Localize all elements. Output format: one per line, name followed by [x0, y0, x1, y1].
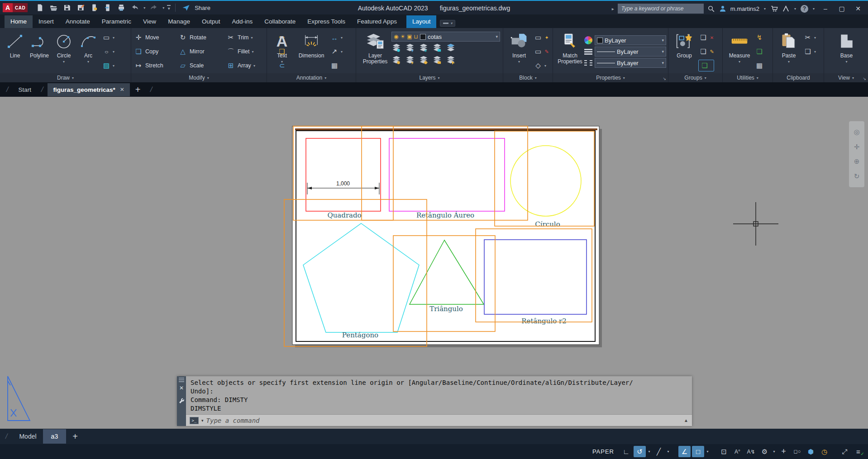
- tab-view[interactable]: View: [137, 15, 162, 28]
- trim-dropdown[interactable]: ▾: [251, 36, 255, 40]
- linetype-dropdown[interactable]: ByLayer ▾: [595, 58, 666, 68]
- search-icon[interactable]: [707, 5, 715, 13]
- command-input-row[interactable]: >_ ▾ Type a command ▲: [186, 414, 692, 426]
- stretch-button[interactable]: ↦Stretch: [134, 59, 178, 73]
- linear-dimension-dropdown[interactable]: ▾: [341, 36, 344, 40]
- redo-dropdown[interactable]: ▾: [162, 6, 165, 10]
- command-line[interactable]: Select objects or specify first extensio…: [186, 376, 692, 426]
- new-layout-button[interactable]: +: [66, 431, 84, 442]
- copy-clip-dropdown[interactable]: ▾: [814, 50, 818, 54]
- save-button[interactable]: [61, 2, 73, 13]
- measure-dropdown[interactable]: ▾: [739, 60, 740, 64]
- object-snap-toggle[interactable]: □: [692, 446, 704, 457]
- tab-output[interactable]: Output: [196, 15, 226, 28]
- text-dropdown[interactable]: ▾: [281, 60, 283, 64]
- panel-label-annotation[interactable]: Annotation▾: [267, 73, 356, 82]
- label-square[interactable]: Quadrado: [327, 211, 361, 219]
- layer-lock-button[interactable]: [432, 43, 442, 52]
- hatch-tool-button[interactable]: ▨: [101, 62, 111, 70]
- panel-label-utilities[interactable]: Utilities▾: [723, 73, 773, 82]
- match-properties-button[interactable]: Match Properties: [556, 30, 584, 73]
- layer-off-button[interactable]: [391, 43, 401, 52]
- workspace-switching-gear[interactable]: ⚙: [758, 446, 771, 457]
- graphics-performance-button[interactable]: ⬢: [805, 446, 817, 457]
- autosave-clock-button[interactable]: ◷: [818, 446, 830, 457]
- isolate-objects-button[interactable]: ◻○: [791, 446, 803, 457]
- polar-tracking-toggle[interactable]: ↺: [634, 446, 646, 457]
- model-tab[interactable]: Model: [13, 429, 43, 444]
- app-store-cart-icon[interactable]: [770, 5, 778, 13]
- tab-express-tools[interactable]: Express Tools: [301, 15, 351, 28]
- rectangle-dropdown[interactable]: ▾: [113, 36, 116, 40]
- make-current-button[interactable]: [446, 43, 456, 52]
- linear-dimension-button[interactable]: ↔: [329, 34, 339, 42]
- dock-customize-wrench-icon[interactable]: [179, 397, 185, 406]
- label-triangle[interactable]: Triângulo: [429, 305, 463, 313]
- layer-unlock-icon[interactable]: ⊔: [414, 33, 418, 40]
- maximize-button[interactable]: ▢: [835, 5, 848, 12]
- layer-unisolate-button[interactable]: [405, 56, 415, 65]
- object-snap-dropdown[interactable]: ▾: [706, 450, 710, 454]
- drawing-area[interactable]: 1,000 Quadrado Retângulo Áureo Círculo P…: [0, 97, 868, 429]
- minimize-button[interactable]: –: [819, 5, 832, 12]
- edit-attributes-button[interactable]: ◇: [533, 62, 543, 70]
- panel-label-modify[interactable]: Modify▾: [131, 73, 267, 82]
- isometric-drafting-toggle[interactable]: ╱: [653, 446, 665, 457]
- tab-layout[interactable]: Layout: [406, 15, 437, 28]
- nav-wheel-icon[interactable]: ◎: [854, 128, 859, 136]
- ungroup-button[interactable]: ❏: [698, 33, 708, 42]
- cut-dropdown[interactable]: ▾: [814, 36, 818, 40]
- rotate-button[interactable]: ↻Rotate: [178, 31, 226, 45]
- layer-dropdown-caret[interactable]: ▾: [496, 34, 498, 39]
- share-label[interactable]: Share: [195, 5, 210, 11]
- ortho-mode-toggle[interactable]: ∟: [620, 446, 632, 457]
- polar-tracking-dropdown[interactable]: ▾: [647, 450, 651, 454]
- circle-button[interactable]: Circle ▾: [52, 30, 76, 73]
- ellipse-dropdown[interactable]: ▾: [113, 50, 116, 54]
- tab-collaborate[interactable]: Collaborate: [258, 15, 301, 28]
- quick-calculator-button[interactable]: ▦: [754, 62, 764, 70]
- help-dropdown[interactable]: ▾: [812, 7, 816, 11]
- arc-button[interactable]: Arc ▾: [76, 30, 100, 73]
- layer-unlock-button[interactable]: [432, 56, 442, 65]
- attributes-dropdown[interactable]: ▾: [544, 64, 548, 68]
- group-edit-button[interactable]: ❏: [698, 47, 708, 56]
- copy-button[interactable]: ❏Copy: [134, 45, 178, 59]
- base-button[interactable]: Base ▾: [833, 30, 860, 73]
- measure-button[interactable]: Measure ▾: [725, 30, 754, 73]
- ribbon-display-toggle[interactable]: ▾: [440, 20, 455, 27]
- file-tab-close-icon[interactable]: ✕: [120, 86, 124, 93]
- isometric-drafting-dropdown[interactable]: ▾: [666, 450, 670, 454]
- layer-freeze-button[interactable]: ❄: [419, 43, 429, 52]
- edit-block-button[interactable]: ▭: [533, 47, 543, 56]
- tab-manage[interactable]: Manage: [162, 15, 196, 28]
- close-button[interactable]: ✕: [852, 5, 864, 12]
- object-color-dropdown[interactable]: ByLayer ▾: [595, 35, 666, 45]
- mirror-button[interactable]: △Mirror: [178, 45, 226, 59]
- dimension-button[interactable]: Dimension: [294, 30, 329, 73]
- autodesk-account-icon[interactable]: [782, 5, 790, 13]
- share-button[interactable]: [180, 2, 192, 13]
- panel-label-properties[interactable]: Properties▾↘: [553, 73, 668, 82]
- layer-on-icon[interactable]: ◉: [394, 33, 398, 40]
- view-dialog-launcher[interactable]: ↘: [863, 76, 866, 81]
- create-block-button[interactable]: ▭: [533, 33, 543, 42]
- layer-on-button[interactable]: [391, 56, 401, 65]
- panel-label-draw[interactable]: Draw▾: [0, 73, 131, 82]
- save-as-button[interactable]: [75, 2, 86, 13]
- leader-button[interactable]: ↗: [329, 47, 339, 56]
- panel-label-view[interactable]: View▾↘: [824, 73, 868, 82]
- command-input-placeholder[interactable]: Type a command: [206, 417, 260, 424]
- command-expand-icon[interactable]: ▲: [684, 418, 688, 423]
- panel-label-block[interactable]: Block▾: [503, 73, 553, 82]
- arc-dropdown[interactable]: ▾: [87, 60, 89, 64]
- tab-featured-apps[interactable]: Featured Apps: [351, 15, 403, 28]
- label-golden-rect[interactable]: Retângulo Áureo: [416, 211, 474, 219]
- nav-zoom-icon[interactable]: ⊕: [854, 157, 860, 166]
- navigation-bar[interactable]: ◎ ✛ ⊕ ↻: [849, 121, 864, 187]
- username[interactable]: m.martins2: [730, 5, 759, 12]
- select-all-button[interactable]: ❏: [754, 47, 764, 56]
- tab-addins[interactable]: Add-ins: [226, 15, 258, 28]
- insert-block-button[interactable]: Insert ▾: [506, 30, 532, 73]
- new-drawing-tab-button[interactable]: +: [130, 85, 146, 95]
